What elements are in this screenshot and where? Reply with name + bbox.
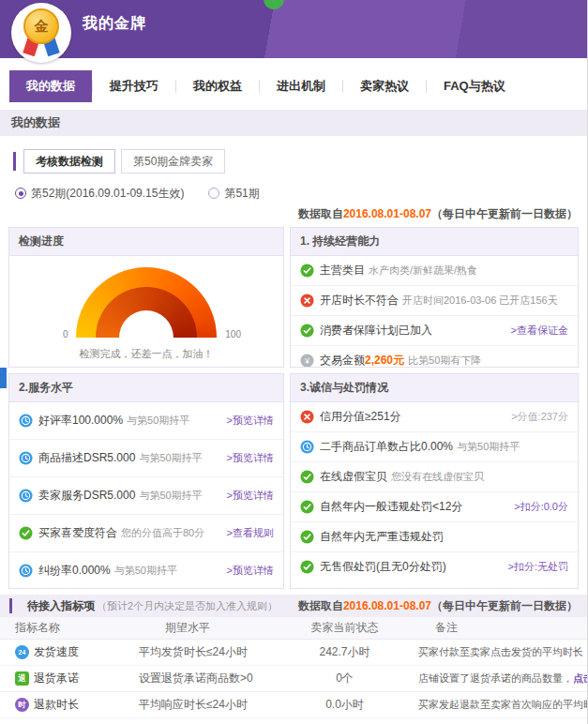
- metric-main: 买家喜爱度符合: [38, 526, 117, 539]
- gold-medal-icon: 金: [11, 3, 71, 63]
- metric-main: 开店时长不符合: [320, 294, 399, 307]
- metric-sub: 比第50期有下降: [408, 354, 481, 366]
- pending-section-header: 待接入指标项 （预计2个月内决定是否加入准入规则） 数据取自2016.08.01…: [0, 595, 587, 617]
- coin-icon: [300, 354, 314, 368]
- nav-tab-seller-hot-topics[interactable]: 卖家热议: [343, 70, 426, 102]
- expected-level: 平均响应时长≤24小时: [131, 697, 286, 713]
- metric-main: 二手商品订单数占比0.00%: [320, 440, 453, 453]
- clock-icon: [19, 564, 33, 578]
- shipping-speed-icon: 24: [15, 645, 29, 659]
- view-deposit-link[interactable]: >查看保证金: [511, 324, 568, 338]
- metric-main: 自然年内无严重违规处罚: [320, 530, 444, 543]
- metric-sub: 与第50期持平: [139, 490, 202, 501]
- metric-sub: 您的分值高于80分: [121, 527, 204, 538]
- gauge-body: 0 100 检测完成，还差一点，加油！: [9, 256, 283, 368]
- expected-level: 平均发货时长≤24小时: [131, 644, 286, 660]
- metric-sub: 与第50期持平: [127, 415, 189, 426]
- col-header-expected-level: 期望水平: [131, 620, 286, 636]
- metric-row: 消费者保障计划已加入 >查看保证金: [291, 316, 578, 346]
- metric-row: 自然年内无严重违规处罚: [291, 522, 578, 552]
- metric-main: 交易金额: [320, 354, 365, 367]
- metric-sub: 与第50期持平: [457, 441, 520, 452]
- current-status: 0.0小时: [286, 697, 403, 713]
- panel-progress: 检测进度 0 100 检测完成，还差一点，加油！: [8, 227, 284, 368]
- gauge-caption: 检测完成，还差一点，加油！: [80, 347, 214, 361]
- return-promise-icon: 退: [15, 671, 29, 686]
- metric-main: 信用分值≥251分: [320, 410, 401, 423]
- remark-text: 买家付款至卖家点击发货的平均时长: [418, 646, 583, 657]
- current-status: 0个: [286, 671, 403, 686]
- check-icon: [300, 530, 314, 544]
- refund-duration-icon: 时: [15, 698, 29, 712]
- pending-title: 待接入指标项: [27, 598, 95, 614]
- metric-row: 信用分值≥251分 >分值:237分: [291, 402, 578, 432]
- panels-row-2: 2.服务水平 好评率100.000%与第50期持平 >预览详情 商品描述DSR5…: [8, 373, 579, 589]
- panel-service-title: 2.服务水平: [9, 374, 283, 402]
- metric-row: 无售假处罚(且无0分处罚) >扣分:无处罚: [291, 552, 578, 581]
- metric-row: 纠纷率0.000%与第50期持平 >预览详情: [9, 552, 283, 589]
- remark-text: 买家发起退款至卖家首次响应的平均时长: [418, 699, 588, 710]
- period-radio-52[interactable]: 第52期(2016.09.01-09.15生效): [15, 186, 184, 202]
- click-to-set-link[interactable]: 点击设置: [573, 672, 588, 684]
- subtab-assessment-data[interactable]: 考核数据检测: [23, 149, 115, 173]
- medal-coin-text: 金: [35, 18, 49, 36]
- metric-name: 退款时长: [34, 697, 79, 713]
- panel-service-level: 2.服务水平 好评率100.000%与第50期持平 >预览详情 商品描述DSR5…: [8, 373, 284, 589]
- col-header-remark: 备注: [403, 620, 587, 636]
- progress-gauge: 0 100: [76, 267, 217, 338]
- page-title: 我的金牌: [83, 14, 146, 34]
- radio-checked-icon: [15, 188, 26, 199]
- nav-tab-faq[interactable]: FAQ与热议: [427, 70, 522, 102]
- metric-main: 好评率100.000%: [38, 414, 123, 427]
- side-feedback-handle[interactable]: [0, 368, 7, 388]
- period-selector: 第52期(2016.09.01-09.15生效) 第51期: [15, 186, 587, 201]
- decorative-green-circle-icon: [264, 0, 284, 9]
- nav-tab-improvement-tips[interactable]: 提升技巧: [93, 70, 175, 102]
- note-prefix: 数据取自: [298, 599, 343, 612]
- check-icon: [300, 500, 314, 514]
- preview-detail-link[interactable]: >预览详情: [227, 489, 274, 503]
- metric-main: 纠纷率0.000%: [38, 564, 111, 577]
- check-icon: [19, 526, 33, 540]
- nav-tab-my-data[interactable]: 我的数据: [9, 70, 92, 102]
- metric-main: 卖家服务DSR5.000: [38, 489, 135, 502]
- check-icon: [300, 324, 314, 338]
- metric-row: 主营类目水产肉类/新鲜蔬果/熟食: [291, 256, 578, 286]
- nav-tab-entry-exit-mechanism[interactable]: 进出机制: [260, 70, 342, 102]
- view-rules-link[interactable]: >查看规则: [227, 526, 274, 540]
- metric-main: 在线虚假宝贝: [320, 470, 387, 483]
- clock-icon: [19, 489, 33, 503]
- clock-icon: [19, 451, 33, 465]
- check-icon: [300, 560, 314, 574]
- amount-highlight: 2,260元: [365, 354, 404, 367]
- metric-row: 商品描述DSR5.000与第50期持平 >预览详情: [9, 440, 283, 477]
- data-source-note: 数据取自2016.08.01-08.07（每日中午更新前一日数据）: [298, 598, 578, 614]
- preview-detail-link[interactable]: >预览详情: [227, 564, 274, 578]
- metric-row: 交易金额2,260元比第50期有下降: [291, 346, 578, 368]
- metrics-table: 指标名称 期望水平 卖家当前状态 备注 24发货速度 平均发货时长≤24小时 2…: [0, 617, 587, 718]
- cross-icon: [300, 294, 314, 308]
- clock-icon: [19, 414, 33, 428]
- table-row: 24发货速度 平均发货时长≤24小时 242.7小时 买家付款至卖家点击发货的平…: [0, 640, 587, 666]
- period-51-label: 第51期: [224, 186, 259, 202]
- deduction-link[interactable]: >扣分:0.0分: [514, 500, 568, 514]
- nav-tab-my-rights[interactable]: 我的权益: [176, 70, 259, 102]
- remark-text: 店铺设置了退货承诺的商品数量，: [418, 672, 573, 684]
- period-52-label: 第52期(2016.09.01-09.15生效): [31, 186, 184, 202]
- expected-level: 设置退货承诺商品数>0: [131, 671, 286, 686]
- metric-main: 消费者保障计划已加入: [320, 324, 432, 337]
- metric-main: 主营类目: [320, 264, 365, 277]
- metric-row: 在线虚假宝贝您没有在线虚假宝贝: [291, 462, 578, 492]
- panel-integrity-title: 3.诚信与处罚情况: [291, 374, 578, 402]
- note-date: 2016.08.01-08.07: [343, 207, 431, 220]
- panel-operating-title: 1. 持续经营能力: [291, 228, 578, 256]
- deduction-link[interactable]: >扣分:无处罚: [508, 560, 568, 574]
- subtab-gold-sellers-period-50[interactable]: 第50期金牌卖家: [121, 149, 225, 173]
- score-note: >分值:237分: [511, 410, 568, 424]
- current-status: 242.7小时: [286, 644, 403, 660]
- preview-detail-link[interactable]: >预览详情: [227, 451, 274, 465]
- preview-detail-link[interactable]: >预览详情: [227, 414, 274, 428]
- table-header: 指标名称 期望水平 卖家当前状态 备注: [0, 617, 587, 640]
- period-radio-51[interactable]: 第51期: [208, 186, 259, 202]
- metric-main: 自然年内一般违规处罚<12分: [320, 500, 462, 513]
